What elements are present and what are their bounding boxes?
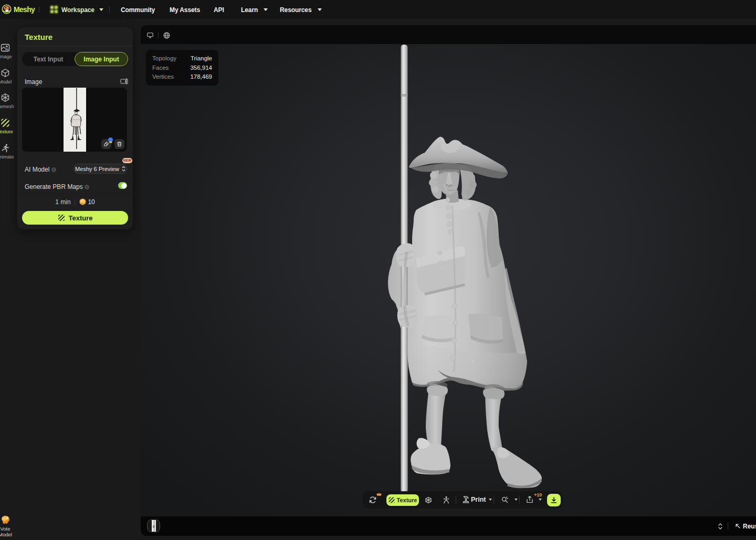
svg-text:AI: AI: [5, 48, 8, 51]
